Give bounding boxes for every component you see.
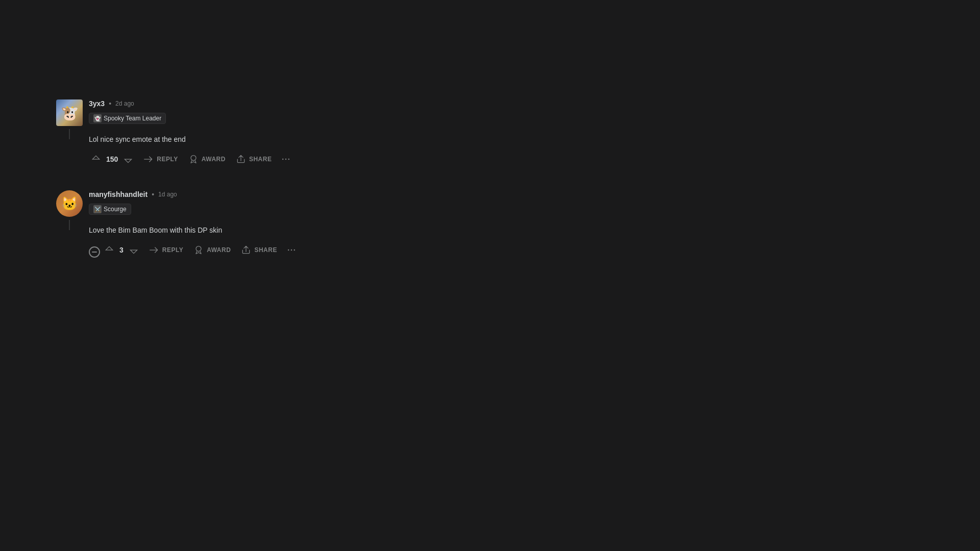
downvote-button-2[interactable] — [127, 243, 141, 257]
award-label-1: Award — [202, 156, 226, 163]
more-icon-1 — [281, 154, 291, 164]
share-icon-2 — [241, 245, 251, 255]
comment-1-text: Lol nice sync emote at the end — [89, 134, 413, 145]
vote-section-2: 3 — [102, 243, 141, 257]
more-button-1[interactable] — [278, 151, 294, 167]
collapse-button-2[interactable] — [89, 246, 100, 258]
award-icon-1 — [188, 154, 199, 164]
comment-2-text: Love the Bim Bam Boom with this DP skin — [89, 225, 413, 236]
downvote-button-1[interactable] — [121, 152, 135, 166]
svg-point-7 — [291, 249, 292, 251]
comment-1-header: 3yx3 • 2d ago — [89, 99, 413, 108]
downvote-icon-2 — [129, 245, 139, 255]
comment-2-flair[interactable]: ⚔️ Scourge — [89, 204, 131, 215]
share-button-1[interactable]: Share — [232, 151, 276, 167]
comment-1-separator: • — [109, 99, 111, 108]
comment-2-separator: • — [152, 190, 154, 198]
reply-icon-2 — [149, 245, 159, 255]
comment-2-time: 1d ago — [158, 191, 177, 198]
svg-point-0 — [191, 156, 196, 161]
collapse-line — [69, 129, 70, 139]
comment-2: manyfishhandleit • 1d ago ⚔️ Scourge Lov… — [56, 190, 413, 258]
comment-1-actions: 150 Reply — [89, 151, 413, 167]
share-label-2: Share — [254, 246, 277, 254]
share-icon-1 — [236, 154, 246, 164]
upvote-button-1[interactable] — [89, 152, 103, 166]
svg-point-8 — [293, 249, 295, 251]
more-icon-2 — [286, 245, 297, 255]
reply-button-2[interactable]: Reply — [145, 242, 187, 258]
comment-2-body: manyfishhandleit • 1d ago ⚔️ Scourge Lov… — [89, 190, 413, 258]
flair-label-2: Scourge — [104, 206, 127, 213]
award-icon-2 — [193, 245, 204, 255]
vote-count-2: 3 — [119, 246, 124, 254]
vote-section-1: 150 — [89, 152, 135, 166]
svg-point-1 — [282, 159, 284, 160]
comment-2-flair-row: ⚔️ Scourge — [89, 202, 413, 220]
comment-1-time: 2d ago — [115, 100, 134, 107]
share-button-2[interactable]: Share — [237, 242, 281, 258]
downvote-icon-1 — [123, 154, 133, 164]
flair-label: Spooky Team Leader — [104, 115, 161, 122]
reply-icon-1 — [143, 154, 154, 164]
svg-point-5 — [196, 246, 201, 252]
vote-count-1: 150 — [106, 155, 118, 163]
comment-1-flair[interactable]: 👻 Spooky Team Leader — [89, 113, 166, 124]
reply-button-1[interactable]: Reply — [139, 151, 182, 167]
upvote-button-2[interactable] — [102, 243, 116, 257]
share-label-1: Share — [249, 156, 272, 163]
comment-1-flair-row: 👻 Spooky Team Leader — [89, 111, 413, 129]
reply-label-1: Reply — [157, 156, 178, 163]
comment-1-body: 3yx3 • 2d ago 👻 Spooky Team Leader Lol n… — [89, 99, 413, 167]
award-label-2: Award — [207, 246, 231, 254]
svg-point-3 — [288, 159, 290, 160]
more-button-2[interactable] — [283, 242, 300, 258]
flair-icon-2: ⚔️ — [93, 205, 102, 213]
flair-icon: 👻 — [93, 114, 102, 122]
upvote-icon-2 — [104, 245, 114, 255]
award-button-2[interactable]: Award — [189, 242, 235, 258]
comment-1: 3yx3 • 2d ago 👻 Spooky Team Leader Lol n… — [56, 99, 413, 167]
svg-point-6 — [288, 249, 289, 251]
svg-point-2 — [285, 159, 287, 160]
avatar-2[interactable] — [56, 190, 83, 217]
reply-label-2: Reply — [162, 246, 183, 254]
upvote-icon-1 — [91, 154, 101, 164]
comment-2-header: manyfishhandleit • 1d ago — [89, 190, 413, 198]
collapse-line-2 — [69, 220, 70, 230]
comment-2-username[interactable]: manyfishhandleit — [89, 190, 148, 198]
comment-2-left — [56, 190, 83, 230]
comment-1-username[interactable]: 3yx3 — [89, 99, 105, 108]
page-container: 3yx3 • 2d ago 👻 Spooky Team Leader Lol n… — [0, 0, 980, 551]
comment-1-left — [56, 99, 83, 139]
award-button-1[interactable]: Award — [184, 151, 230, 167]
avatar[interactable] — [56, 99, 83, 126]
comment-2-actions: 3 Reply — [89, 242, 413, 258]
comments-area: 3yx3 • 2d ago 👻 Spooky Team Leader Lol n… — [56, 99, 413, 281]
collapse-icon — [91, 249, 97, 255]
